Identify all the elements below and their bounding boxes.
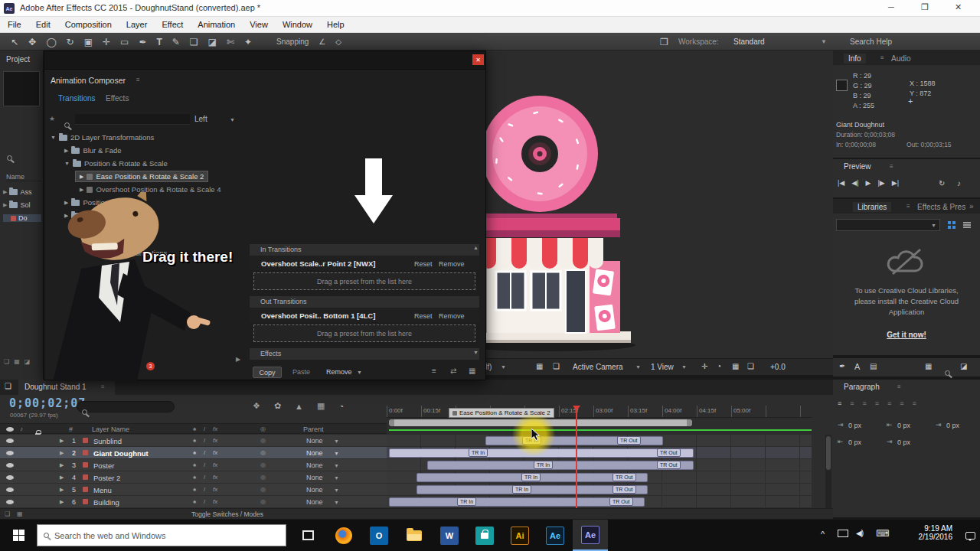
timeline-tab-menu-icon[interactable]: ≡ [101,383,105,390]
timeline-nav-icon[interactable]: ◔ [717,363,721,370]
current-timecode[interactable]: 0;00;02;07 [9,396,86,410]
hide-shy-layers-icon[interactable]: ▲ [295,402,303,411]
tab-audio[interactable]: Audio [891,54,911,63]
play-button[interactable]: ▶ [866,179,871,187]
layer-row[interactable]: ▶ 2 Giant Doughnut ♠ / fx ◎ None ▼ [0,447,387,458]
swap-icon[interactable]: ⇄ [450,367,456,375]
shy-switch-icon[interactable]: ♠ [193,449,196,456]
transition-in-chip[interactable]: TR In [534,461,553,469]
taskbar-app-firefox[interactable] [326,520,361,551]
layer-row[interactable]: ▶ 4 Poster 2 ♠ / fx ◎ None ▼ [0,471,387,483]
label-color-chip[interactable] [83,438,88,443]
layer-name[interactable]: Building [93,498,119,507]
snapping-label[interactable]: Snapping [276,37,309,46]
volume-icon[interactable]: ◀) [856,529,863,537]
preview-play-icon[interactable]: ▶ [80,174,83,180]
search-help-label[interactable]: Search Help [850,37,892,46]
eye-icon[interactable] [6,500,14,504]
layer-row[interactable]: ▶ 3 Poster ♠ / fx ◎ None ▼ [0,459,387,471]
brush-tool-icon[interactable]: ✎ [172,37,180,47]
animation-composer-window[interactable]: ✕ Animation Composer ≡ Transitions Effec… [44,51,486,380]
tree-item-label[interactable]: Ease Position & Rotate & Scale 2 [96,172,204,181]
layer-row[interactable]: ▶ 6 Building ♠ / fx ◎ None ▼ [0,496,387,507]
project-row[interactable]: Do [3,214,41,222]
layer-name[interactable]: Sunblind [93,437,122,445]
direction-filter-dropdown[interactable]: Left [194,115,207,123]
tab-effects-presets[interactable]: Effects & Pres [917,203,968,211]
parent-dropdown[interactable]: None [306,474,323,481]
scroll-up-icon[interactable]: ▲ [473,245,479,250]
footage-icon[interactable]: ❏ [4,358,9,365]
menu-layer[interactable]: Layer [126,20,148,29]
fx-switch-icon[interactable]: fx [213,498,217,505]
toggle-switches-modes-button[interactable]: Toggle Switches / Modes [191,510,263,518]
next-frame-button[interactable]: |▶ [877,179,884,187]
project-item-label[interactable]: Do [18,214,28,222]
network-icon[interactable] [838,530,848,537]
menu-edit[interactable]: Edit [36,20,51,29]
project-item-label[interactable]: Sol [20,201,30,209]
parent-caret-icon[interactable]: ▼ [334,487,339,493]
reset-link[interactable]: Reset [414,312,433,320]
taskbar-search-input[interactable]: Search the web and Windows [37,524,286,546]
start-button[interactable] [0,520,37,551]
taskbar-app-outlook[interactable]: O [361,520,397,551]
composition-mini-flowchart-icon[interactable]: ❖ [253,401,260,411]
grid-view-icon[interactable] [948,221,956,229]
eye-icon[interactable] [6,451,14,455]
space-before-value[interactable]: 0 px [848,439,861,446]
draft-3d-icon[interactable]: ✿ [274,401,281,411]
space-after-value[interactable]: 0 px [897,439,910,446]
quality-switch-icon[interactable]: / [204,461,205,468]
taskbar-app-word[interactable]: W [432,520,467,551]
parent-caret-icon[interactable]: ▼ [334,475,339,481]
shy-switch-icon[interactable]: ♠ [193,498,196,505]
label-color-chip[interactable] [83,499,88,504]
playhead-line[interactable] [576,406,577,508]
fx-switch-icon[interactable]: fx [213,437,217,444]
tab-preview[interactable]: Preview [844,162,871,171]
tree-item-selected[interactable]: ▶ Ease Position & Rotate & Scale 2 [75,171,208,182]
trash-icon[interactable]: ◪ [24,358,31,365]
layer-name[interactable]: Menu [93,486,112,494]
in-transitions-dropzone[interactable]: Drag a preset from the list here [253,272,475,290]
menu-effect[interactable]: Effect [162,20,183,29]
trash-icon[interactable]: ◪ [960,363,967,370]
timeline-scrollbar[interactable] [825,435,831,508]
twirl-arrow-icon[interactable]: ▶ [60,499,64,505]
menu-window[interactable]: Window [283,20,312,29]
twirl-arrow-icon[interactable]: ▶ [60,462,64,468]
project-search-icon[interactable] [7,155,12,161]
applied-in-preset[interactable]: Overshoot Scale..r Point 2 [NWX] [261,259,375,268]
fx-switch-icon[interactable]: fx [213,449,217,456]
taskbar-app-photoshop[interactable]: Ae [537,520,573,551]
tree-item-label[interactable]: Position & Rotate & Scale [84,159,168,168]
eye-icon[interactable] [6,487,14,492]
paragraph-menu-icon[interactable]: ≡ [897,383,901,390]
navigator-start-handle[interactable] [389,419,394,426]
tab-libraries[interactable]: Libraries [853,202,891,212]
floating-window-close-button[interactable]: ✕ [472,54,484,65]
expand-arrow-icon[interactable]: ▶ [3,202,7,208]
taskbar-app-explorer[interactable] [397,520,432,551]
close-button[interactable]: ✕ [955,2,962,12]
selection-tool-icon[interactable]: ↖ [11,37,18,47]
motion-blur-icon[interactable]: ◔ [338,402,344,411]
tab-transitions[interactable]: Transitions [58,94,96,103]
twirl-arrow-icon[interactable]: ▶ [60,438,64,444]
timeline-zoom-out-icon[interactable]: ❏ [5,510,10,517]
remove-link[interactable]: Remove [439,260,465,268]
shape-tool-icon[interactable]: ▭ [120,37,129,47]
get-it-now-link[interactable]: Get it now! [833,331,980,339]
scrollbar-thumb[interactable] [826,436,831,470]
label-color-chip[interactable] [83,487,88,492]
tab-info[interactable]: Info [844,54,866,64]
remove-caret-icon[interactable]: ▼ [357,370,362,375]
shy-switch-icon[interactable]: ♠ [193,461,196,468]
parent-dropdown[interactable]: None [306,486,323,494]
minimize-button[interactable]: ─ [888,2,894,11]
flowchart-icon[interactable]: ▦ [732,363,739,370]
panel-overflow-icon[interactable]: » [969,202,974,210]
twirl-arrow-icon[interactable]: ▶ [60,487,64,493]
shy-switch-icon[interactable]: ♠ [193,474,196,481]
